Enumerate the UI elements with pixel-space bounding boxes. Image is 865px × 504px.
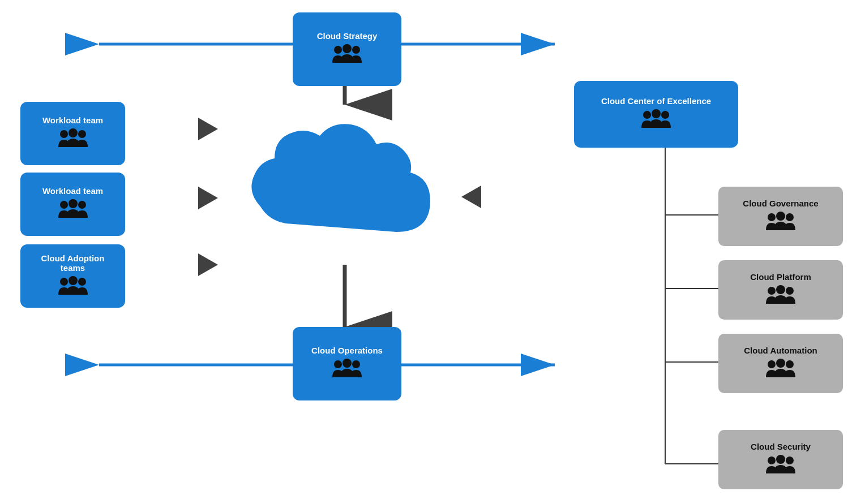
svg-point-28 [776,285,785,294]
svg-point-23 [661,111,669,119]
svg-point-21 [643,111,651,119]
cloud-security-label: Cloud Security [751,442,811,451]
cloud-platform-icon [766,284,795,308]
svg-point-6 [334,46,342,54]
cloud-adoption-teams-icon [58,275,88,299]
cloud-coe-box: Cloud Center of Excellence [574,81,738,148]
cloud-automation-box: Cloud Automation [718,334,843,393]
svg-point-29 [786,287,794,295]
svg-point-12 [60,201,68,209]
svg-point-35 [786,456,794,464]
cloud-security-box: Cloud Security [718,430,843,489]
workload-team-1-icon [58,127,88,152]
cloud-governance-box: Cloud Governance [718,187,843,246]
svg-point-18 [334,360,342,368]
svg-point-34 [776,455,785,464]
svg-point-11 [78,130,86,138]
svg-point-16 [68,276,78,285]
svg-point-14 [78,201,86,209]
cloud-adoption-teams-box: Cloud Adoption teams [20,244,125,308]
workload-team-2-label: Workload team [42,186,103,196]
svg-point-24 [768,213,776,221]
cloud-adoption-teams-label: Cloud Adoption teams [28,253,117,273]
cloud-governance-label: Cloud Governance [743,199,818,208]
svg-point-31 [776,359,785,368]
arrow-right-mid [461,186,481,208]
cloud-security-icon [766,454,795,478]
cloud-platform-box: Cloud Platform [718,260,843,320]
cloud-strategy-box: Cloud Strategy [293,12,401,86]
cloud-operations-box: Cloud Operations [293,327,401,400]
arrow-left-bot [198,253,218,276]
svg-point-8 [352,46,360,54]
workload-team-1-label: Workload team [42,115,103,125]
svg-point-27 [768,287,776,295]
svg-point-20 [352,360,360,368]
workload-team-1-box: Workload team [20,102,125,165]
svg-point-22 [652,109,661,118]
svg-point-32 [786,360,794,368]
svg-point-33 [768,456,776,464]
cloud-shape [226,102,442,260]
svg-point-17 [78,278,86,286]
svg-point-30 [768,360,776,368]
svg-point-15 [60,278,68,286]
cloud-coe-label: Cloud Center of Excellence [601,96,711,106]
cloud-operations-icon [332,357,362,382]
arrow-left-top [198,118,218,140]
svg-point-7 [342,44,352,53]
cloud-automation-label: Cloud Automation [744,346,817,355]
cloud-platform-label: Cloud Platform [750,272,811,282]
cloud-governance-icon [766,210,795,235]
svg-point-10 [68,128,78,137]
svg-point-26 [786,213,794,221]
svg-point-13 [68,199,78,208]
cloud-strategy-icon [332,43,362,67]
workload-team-2-icon [58,198,88,222]
cloud-strategy-label: Cloud Strategy [317,31,378,41]
arrow-left-mid [198,187,218,209]
workload-team-2-box: Workload team [20,173,125,236]
cloud-automation-icon [766,357,795,382]
svg-point-19 [342,359,352,368]
cloud-coe-icon [641,108,671,132]
cloud-operations-label: Cloud Operations [311,346,383,355]
svg-point-9 [60,130,68,138]
svg-point-25 [776,212,785,221]
diagram: Cloud Strategy Workload team [0,0,865,504]
